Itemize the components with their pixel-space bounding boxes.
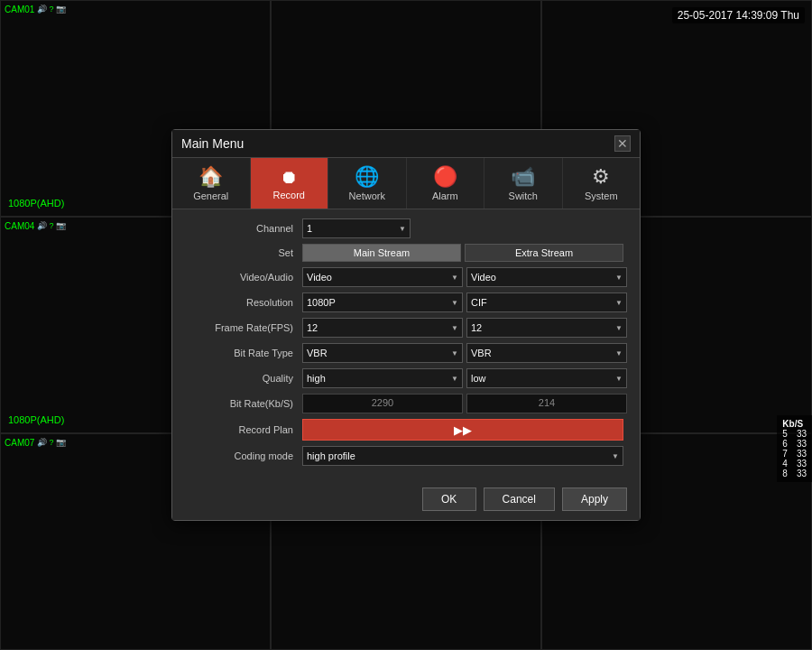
bitrate-type-extra-select[interactable]: VBR ▼ (466, 343, 627, 363)
bitrate-type-main-value: VBR (307, 348, 328, 358)
tab-switch-label: Switch (509, 190, 538, 201)
ok-button[interactable]: OK (422, 488, 476, 511)
framerate-label: Frame Rate(FPS) (185, 322, 302, 333)
video-audio-extra-select[interactable]: Video ▼ (466, 267, 627, 287)
coding-mode-value: high profile (307, 450, 355, 461)
bitrate-main-display: 2290 (302, 394, 463, 413)
alarm-icon: 🔴 (433, 165, 457, 189)
bitrate-type-label: Bit Rate Type (185, 348, 302, 358)
framerate-main-value: 12 (307, 322, 318, 333)
switch-icon: 📹 (511, 165, 535, 189)
channel-select[interactable]: 1 ▼ (302, 218, 411, 238)
framerate-row: Frame Rate(FPS) 12 ▼ 12 ▼ (185, 318, 627, 338)
channel-chevron: ▼ (399, 225, 406, 233)
main-menu-dialog: Main Menu ✕ 🏠 General ⏺ Record 🌐 Network… (171, 129, 641, 521)
record-plan-row: Record Plan ▶▶ (185, 419, 627, 441)
nav-tabs: 🏠 General ⏺ Record 🌐 Network 🔴 Alarm 📹 S… (172, 158, 640, 209)
video-audio-main-select[interactable]: Video ▼ (302, 267, 463, 287)
quality-extra-value: low (471, 373, 486, 384)
tab-system[interactable]: ⚙ System (563, 158, 641, 209)
record-plan-icon: ▶▶ (454, 423, 472, 437)
quality-main-select[interactable]: high ▼ (302, 368, 463, 388)
bitrate-type-row: Bit Rate Type VBR ▼ VBR ▼ (185, 343, 627, 363)
resolution-extra-select[interactable]: CIF ▼ (466, 292, 627, 312)
record-icon: ⏺ (280, 167, 298, 188)
bitrate-extra-display: 214 (466, 394, 627, 413)
video-audio-extra-value: Video (471, 272, 496, 283)
quality-main-value: high (307, 373, 326, 384)
record-plan-button[interactable]: ▶▶ (302, 419, 623, 441)
resolution-row: Resolution 1080P ▼ CIF ▼ (185, 292, 627, 312)
record-plan-label: Record Plan (185, 424, 302, 435)
tab-switch[interactable]: 📹 Switch (484, 158, 563, 209)
channel-row: Channel 1 ▼ (185, 218, 627, 238)
coding-mode-select[interactable]: high profile ▼ (302, 446, 623, 466)
dialog-content: Channel 1 ▼ Set Main Stream Extra Stream… (172, 209, 640, 480)
video-audio-main-value: Video (307, 272, 332, 283)
coding-mode-row: Coding mode high profile ▼ (185, 446, 627, 466)
tab-network-label: Network (349, 190, 385, 201)
cancel-button[interactable]: Cancel (484, 488, 555, 511)
tab-general-label: General (193, 190, 228, 201)
general-icon: 🏠 (198, 165, 223, 189)
stream-header-row: Set Main Stream Extra Stream (185, 244, 627, 262)
dialog-title-bar: Main Menu ✕ (172, 130, 640, 158)
resolution-extra-value: CIF (471, 297, 487, 308)
quality-label: Quality (185, 373, 302, 384)
video-audio-row: Video/Audio Video ▼ Video ▼ (185, 267, 627, 287)
main-stream-button[interactable]: Main Stream (302, 244, 461, 262)
channel-label: Channel (185, 223, 302, 234)
extra-stream-button[interactable]: Extra Stream (465, 244, 623, 262)
tab-alarm[interactable]: 🔴 Alarm (407, 158, 485, 209)
tab-network[interactable]: 🌐 Network (328, 158, 407, 209)
tab-system-label: System (585, 190, 618, 201)
system-icon: ⚙ (592, 165, 610, 189)
set-label: Set (185, 247, 302, 258)
bitrate-type-extra-value: VBR (471, 348, 492, 358)
bitrate-row: Bit Rate(Kb/S) 2290 214 (185, 394, 627, 413)
framerate-extra-select[interactable]: 12 ▼ (466, 318, 627, 338)
dialog-footer: OK Cancel Apply (172, 480, 640, 520)
quality-row: Quality high ▼ low ▼ (185, 368, 627, 388)
framerate-extra-value: 12 (471, 322, 482, 333)
tab-alarm-label: Alarm (432, 190, 458, 201)
channel-value: 1 (307, 223, 312, 234)
video-audio-label: Video/Audio (185, 272, 302, 283)
tab-record-label: Record (273, 190, 305, 200)
network-icon: 🌐 (355, 165, 379, 189)
coding-mode-label: Coding mode (185, 450, 302, 461)
tab-general[interactable]: 🏠 General (172, 158, 251, 209)
stream-spacer: Set (185, 247, 302, 258)
resolution-main-value: 1080P (307, 297, 336, 308)
bitrate-type-main-select[interactable]: VBR ▼ (302, 343, 463, 363)
resolution-main-select[interactable]: 1080P ▼ (302, 292, 463, 312)
close-button[interactable]: ✕ (614, 135, 631, 152)
quality-extra-select[interactable]: low ▼ (466, 368, 627, 388)
tab-record[interactable]: ⏺ Record (251, 158, 329, 209)
dialog-title: Main Menu (181, 136, 244, 151)
bitrate-label: Bit Rate(Kb/S) (185, 398, 302, 409)
resolution-label: Resolution (185, 297, 302, 308)
framerate-main-select[interactable]: 12 ▼ (302, 318, 463, 338)
apply-button[interactable]: Apply (562, 488, 627, 511)
modal-overlay: Main Menu ✕ 🏠 General ⏺ Record 🌐 Network… (0, 0, 812, 650)
